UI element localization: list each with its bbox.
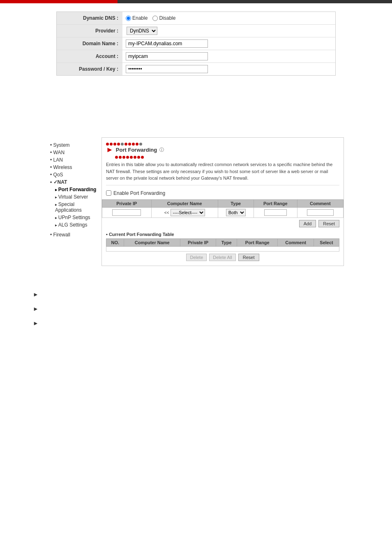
dot4 [117, 143, 120, 146]
th-comment: Comment [297, 199, 343, 207]
pf-description: Entries in this table allow you to autom… [106, 161, 339, 185]
disable-radio-label[interactable]: Disable [152, 15, 175, 21]
sidebar-sub-port-forwarding[interactable]: Port Forwarding [50, 186, 99, 193]
arrow-icon-1: ► [33, 291, 39, 298]
add-reset-row: Add Reset [102, 218, 344, 229]
th-private-ip: Private IP [102, 199, 152, 207]
arrow-left-icon: << [164, 210, 169, 215]
sidebar-item-lan[interactable]: LAN [50, 156, 99, 164]
dns-provider-value: DynDNS No-IP TZO [122, 25, 335, 37]
current-title: Current Port Forwarding Table [106, 232, 339, 237]
spacer1 [0, 88, 392, 104]
dns-dynamic-row: Dynamic DNS : Enable Disable [57, 12, 335, 25]
enable-row: Enable Port Forwarding [102, 190, 344, 196]
disable-radio[interactable] [152, 16, 158, 21]
add-button[interactable]: Add [299, 220, 316, 227]
td-port-range [254, 207, 297, 217]
pf-help-icon[interactable]: ⓘ [159, 147, 164, 153]
td-computer-name: << ----Select---- [151, 207, 218, 217]
cth-comment: Comment [278, 238, 314, 246]
dns-domain-label: Domain Name : [57, 37, 122, 50]
th-type: Type [218, 199, 254, 207]
pf-table: Private IP Computer Name Type Port Range… [102, 199, 344, 218]
current-header-row: NO. Computer Name Private IP Type Port R… [106, 238, 339, 246]
arrow-icon-2: ► [33, 305, 39, 312]
comment-input[interactable] [307, 209, 334, 216]
dot8 [132, 143, 135, 146]
cth-private-ip: Private IP [180, 238, 216, 246]
domain-input[interactable] [126, 39, 208, 48]
dns-password-value [122, 63, 335, 75]
reset-button[interactable]: Reset [318, 220, 339, 227]
del-reset-row: Delete Delete All Reset [106, 252, 339, 263]
arrow-icon-3: ► [33, 320, 39, 326]
sidebar-sub-alg[interactable]: ALG Settings [50, 221, 99, 229]
arrow-item-3: ► [33, 319, 359, 326]
enable-pf-label: Enable Port Forwarding [113, 190, 165, 196]
enable-pf-checkbox[interactable] [106, 190, 111, 196]
dns-provider-row: Provider : DynDNS No-IP TZO [57, 25, 335, 37]
sidebar-item-firewall[interactable]: Firewall [50, 231, 99, 238]
pf-dots-top [106, 143, 339, 146]
dns-provider-label: Provider : [57, 25, 122, 37]
private-ip-input[interactable] [112, 209, 141, 216]
arrow-item-1: ► [33, 291, 359, 298]
sidebar-sub-special-applications[interactable]: Special Applications [50, 201, 99, 214]
th-computer-name: Computer Name [151, 199, 218, 207]
reset2-button[interactable]: Reset [238, 254, 259, 261]
cth-type: Type [216, 238, 237, 246]
dot3 [113, 143, 116, 146]
sidebar-item-nat[interactable]: ✓NAT [50, 178, 99, 186]
td-type: Both TCP UDP [218, 207, 254, 217]
dot6 [125, 143, 127, 146]
empty-row-cell [106, 246, 339, 251]
sidebar-item-qos[interactable]: QoS [50, 171, 99, 178]
td-private-ip [102, 207, 152, 217]
pf-dots-bottom [106, 156, 339, 159]
sidebar-item-system[interactable]: System [50, 141, 99, 149]
pf-title: Port Forwarding [116, 147, 157, 153]
dns-password-row: Password / Key : [57, 63, 335, 75]
dns-domain-value [122, 37, 335, 50]
dns-radio-group: Enable Disable [126, 15, 175, 21]
account-input[interactable] [126, 52, 208, 60]
dns-dynamic-label: Dynamic DNS : [57, 12, 122, 24]
enable-radio-label[interactable]: Enable [126, 15, 148, 21]
pf-arrow-icon: ► [106, 146, 113, 154]
sidebar-sub-upnp[interactable]: UPnP Settings [50, 214, 99, 221]
current-table: NO. Computer Name Private IP Type Port R… [106, 238, 339, 252]
cth-port-range: Port Range [237, 238, 278, 246]
cth-computer-name: Computer Name [124, 238, 180, 246]
arrows-section: ► ► ► [33, 291, 359, 326]
dot1 [106, 143, 109, 146]
computer-name-select[interactable]: ----Select---- [171, 209, 205, 216]
sidebar-item-wireless[interactable]: Wireless [50, 164, 99, 171]
pf-table-row: << ----Select---- Both TCP UDP [102, 207, 344, 217]
td-comment [297, 207, 343, 217]
cth-no: NO. [106, 238, 124, 246]
enable-radio[interactable] [126, 16, 131, 21]
dot2 [110, 143, 113, 146]
type-select[interactable]: Both TCP UDP [226, 209, 246, 216]
dns-account-value [122, 50, 335, 62]
dns-password-label: Password / Key : [57, 63, 122, 75]
dot9 [136, 143, 138, 146]
current-section: Current Port Forwarding Table NO. Comput… [102, 229, 344, 266]
dns-domain-row: Domain Name : [57, 37, 335, 50]
pf-header: ► Port Forwarding ⓘ Entries in this tabl… [102, 138, 344, 190]
cth-select: Select [314, 238, 339, 246]
port-range-input[interactable] [264, 209, 287, 216]
dns-dynamic-value: Enable Disable [122, 12, 335, 24]
th-port-range: Port Range [254, 199, 297, 207]
delete-button: Delete [186, 254, 207, 261]
provider-select[interactable]: DynDNS No-IP TZO [127, 27, 157, 35]
password-input[interactable] [126, 65, 208, 73]
sidebar-sub-virtual-server[interactable]: Virtual Server [50, 193, 99, 201]
pf-main-content: ► Port Forwarding ⓘ Entries in this tabl… [101, 137, 344, 266]
dns-section: Dynamic DNS : Enable Disable Provider : … [56, 12, 336, 76]
pf-title-row: ► Port Forwarding ⓘ [106, 146, 339, 154]
sidebar-item-wan[interactable]: WAN [50, 149, 99, 156]
dns-account-label: Account : [57, 50, 122, 62]
arrow-item-2: ► [33, 305, 359, 312]
spacer2 [0, 104, 392, 121]
